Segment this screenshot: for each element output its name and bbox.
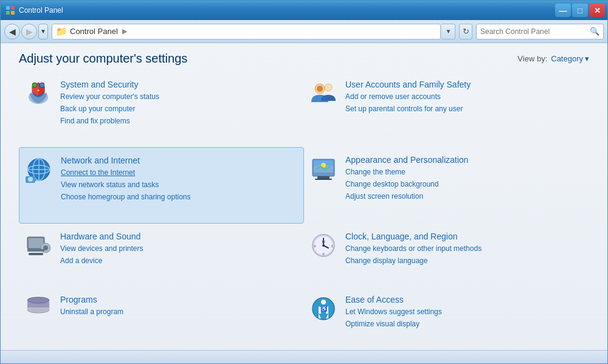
system-security-icon <box>24 79 53 108</box>
hardware-sound-link-1[interactable]: Add a device <box>60 255 143 266</box>
svg-rect-24 <box>317 176 330 179</box>
clock-language-content: Clock, Language, and RegionChange keyboa… <box>345 231 482 266</box>
ease-of-access-link-1[interactable]: Optimize visual display <box>345 318 442 329</box>
title-bar: Control Panel — □ ✕ <box>1 1 607 20</box>
category-programs[interactable]: ProgramsUninstall a program <box>19 287 304 350</box>
category-appearance[interactable]: Appearance and PersonalizationChange the… <box>304 147 589 224</box>
network-internet-icon <box>24 155 54 184</box>
svg-rect-48 <box>27 307 49 310</box>
hardware-sound-icon <box>24 231 53 260</box>
search-box[interactable]: 🔍 <box>476 24 604 39</box>
ease-of-access-title[interactable]: Ease of Access <box>345 294 442 305</box>
breadcrumb-arrow: ▶ <box>122 27 127 35</box>
clock-language-title[interactable]: Clock, Language, and Region <box>345 231 482 242</box>
view-by-dropdown[interactable]: Category ▾ <box>551 54 589 63</box>
control-panel-icon <box>5 5 15 15</box>
appearance-link-0[interactable]: Change the theme <box>345 167 468 177</box>
network-internet-content: Network and InternetConnect to the Inter… <box>61 155 190 202</box>
nav-buttons: ◀ ▶ ▼ <box>4 24 48 39</box>
appearance-icon <box>309 154 338 184</box>
svg-rect-3 <box>11 11 15 15</box>
svg-point-13 <box>317 86 323 92</box>
hardware-sound-title[interactable]: Hardware and Sound <box>60 231 143 242</box>
address-box[interactable]: 📁 Control Panel ▶ <box>52 24 441 39</box>
ease-of-access-content: Ease of AccessLet Windows suggest settin… <box>345 294 442 329</box>
network-internet-title[interactable]: Network and Internet <box>61 155 190 166</box>
appearance-content: Appearance and PersonalizationChange the… <box>345 154 468 202</box>
programs-content: ProgramsUninstall a program <box>60 294 123 317</box>
user-accounts-content: User Accounts and Family SafetyAdd or re… <box>345 79 471 114</box>
address-dropdown-button[interactable]: ▼ <box>442 24 455 39</box>
hardware-sound-link-0[interactable]: View devices and printers <box>60 243 143 254</box>
content-area: Adjust your computer's settings View by:… <box>1 43 607 350</box>
category-clock-language[interactable]: 12 3 6 9 Clock, Language, and RegionChan… <box>304 224 589 287</box>
svg-point-39 <box>322 244 325 247</box>
svg-rect-31 <box>27 249 44 252</box>
ease-of-access-link-0[interactable]: Let Windows suggest settings <box>345 306 442 317</box>
system-security-content: System and SecurityReview your computer'… <box>60 79 159 126</box>
category-system-security[interactable]: System and SecurityReview your computer'… <box>19 72 304 147</box>
network-internet-link-2[interactable]: Choose homegroup and sharing options <box>61 191 190 202</box>
network-internet-link-1[interactable]: View network status and tasks <box>61 179 190 190</box>
back-button[interactable]: ◀ <box>4 24 20 39</box>
clock-language-link-1[interactable]: Change display language <box>345 255 482 266</box>
category-user-accounts[interactable]: User Accounts and Family SafetyAdd or re… <box>304 72 589 147</box>
system-security-title[interactable]: System and Security <box>60 79 159 90</box>
svg-text:12: 12 <box>322 240 326 244</box>
svg-rect-0 <box>6 6 10 10</box>
title-bar-left: Control Panel <box>5 5 63 15</box>
recent-pages-button[interactable]: ▼ <box>38 24 48 39</box>
user-accounts-link-1[interactable]: Set up parental controls for any user <box>345 103 471 114</box>
network-internet-link-0[interactable]: Connect to the Internet <box>61 167 190 178</box>
content-header: Adjust your computer's settings View by:… <box>1 43 607 72</box>
close-button[interactable]: ✕ <box>589 4 605 17</box>
breadcrumb: Control Panel <box>70 27 118 36</box>
system-security-link-1[interactable]: Back up your computer <box>60 103 159 114</box>
address-folder-icon: 📁 <box>56 26 67 37</box>
category-ease-of-access[interactable]: ♿ Ease of AccessLet Windows suggest sett… <box>304 287 589 350</box>
programs-title[interactable]: Programs <box>60 294 123 305</box>
svg-rect-25 <box>315 179 332 180</box>
svg-point-20 <box>28 177 33 182</box>
svg-point-8 <box>32 83 37 88</box>
categories-grid: System and SecurityReview your computer'… <box>1 72 607 350</box>
address-bar: ◀ ▶ ▼ 📁 Control Panel ▶ ▼ ↻ 🔍 <box>1 20 607 43</box>
appearance-link-1[interactable]: Change desktop background <box>345 179 468 190</box>
view-by: View by: Category ▾ <box>517 54 589 63</box>
svg-rect-34 <box>29 253 43 255</box>
svg-rect-1 <box>11 6 15 10</box>
hardware-sound-content: Hardware and SoundView devices and print… <box>60 231 143 266</box>
svg-text:♿: ♿ <box>320 305 328 312</box>
maximize-button[interactable]: □ <box>572 4 588 17</box>
category-network-internet[interactable]: Network and InternetConnect to the Inter… <box>19 147 304 224</box>
forward-button[interactable]: ▶ <box>21 24 37 39</box>
programs-link-0[interactable]: Uninstall a program <box>60 306 123 317</box>
view-by-label: View by: <box>517 54 547 63</box>
title-bar-buttons: — □ ✕ <box>555 4 605 17</box>
appearance-link-2[interactable]: Adjust screen resolution <box>345 191 468 202</box>
svg-point-9 <box>40 83 44 88</box>
svg-point-53 <box>321 300 326 304</box>
svg-point-12 <box>325 84 332 91</box>
user-accounts-icon <box>309 79 338 108</box>
system-security-link-2[interactable]: Find and fix problems <box>60 115 159 126</box>
category-hardware-sound[interactable]: Hardware and SoundView devices and print… <box>19 224 304 287</box>
system-security-link-0[interactable]: Review your computer's status <box>60 91 159 102</box>
window-title: Control Panel <box>19 6 63 15</box>
appearance-title[interactable]: Appearance and Personalization <box>345 154 468 165</box>
user-accounts-link-0[interactable]: Add or remove user accounts <box>345 91 471 102</box>
programs-icon <box>24 294 53 323</box>
status-bar <box>1 350 607 363</box>
minimize-button[interactable]: — <box>555 4 571 17</box>
search-icon[interactable]: 🔍 <box>590 27 599 36</box>
svg-point-51 <box>27 297 49 303</box>
user-accounts-title[interactable]: User Accounts and Family Safety <box>345 79 471 90</box>
search-input[interactable] <box>480 27 587 36</box>
ease-of-access-icon: ♿ <box>309 294 338 323</box>
window: Control Panel — □ ✕ ◀ ▶ ▼ 📁 Control Pane… <box>0 0 608 364</box>
refresh-button[interactable]: ↻ <box>459 24 472 39</box>
clock-language-link-0[interactable]: Change keyboards or other input methods <box>345 243 482 254</box>
svg-rect-2 <box>6 11 10 15</box>
page-title: Adjust your computer's settings <box>19 52 187 66</box>
clock-language-icon: 12 3 6 9 <box>309 231 338 260</box>
